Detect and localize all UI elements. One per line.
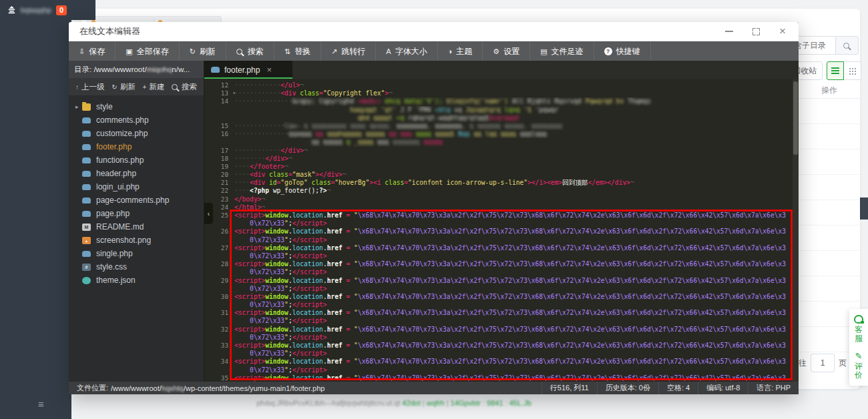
up-level-icon: ↑ xyxy=(75,83,79,91)
line-number: 34 xyxy=(204,358,234,366)
search-icon xyxy=(236,49,242,55)
toolbar-settings-button[interactable]: ⚙设置 xyxy=(483,41,530,61)
toolbar-replace-button[interactable]: ⇅替换 xyxy=(274,41,321,61)
headset-icon xyxy=(854,315,863,324)
footer-text: : xyxy=(503,399,509,407)
tree-item-customize.php[interactable]: customize.php xyxy=(69,127,204,140)
minimize-button[interactable] xyxy=(724,26,734,37)
tree-item-screenshot.png[interactable]: ▴screenshot.png xyxy=(69,234,204,247)
table-row xyxy=(799,99,860,124)
maximize-button[interactable] xyxy=(750,26,761,37)
toolbar-refresh-button[interactable]: ↻刷新 xyxy=(180,41,226,61)
sidebar xyxy=(0,0,71,419)
line-number xyxy=(204,268,234,276)
support-button[interactable]: 客服 xyxy=(854,315,863,343)
scrollbar-thumb[interactable] xyxy=(793,81,798,155)
tree-item-comments.php[interactable]: comments.php xyxy=(69,113,204,127)
tab-close-icon[interactable]: × xyxy=(266,66,272,74)
toolbar-goto-line-button[interactable]: ↗跳转行 xyxy=(321,41,376,61)
sidebar-collapse-icon[interactable]: ≡ xyxy=(38,398,44,410)
tree-item-page.php[interactable]: page.php xyxy=(69,207,204,220)
line-number xyxy=(204,138,234,146)
line-number xyxy=(204,317,234,325)
php-file-icon xyxy=(82,157,91,163)
tree-toolbar: ↑上一级↻刷新+新建搜索 xyxy=(69,78,204,96)
tree-item-style[interactable]: ▸style xyxy=(69,100,204,113)
toolbar-theme-button[interactable]: ◑主题 xyxy=(438,41,483,61)
tree-item-README.md[interactable]: MREADME.md xyxy=(69,220,204,234)
tree-item-footer.php[interactable]: footer.php xyxy=(69,140,204,153)
toolbar-save-all-button[interactable]: ▣全部保存 xyxy=(116,41,179,61)
line-number xyxy=(204,301,234,309)
tree-item-style.css[interactable]: #style.css xyxy=(69,260,204,274)
line-number: 27 xyxy=(204,244,234,252)
tree-item-page-comments.php[interactable]: page-comments.php xyxy=(69,193,204,207)
tree-item-header.php[interactable]: header.php xyxy=(69,167,204,180)
table-row xyxy=(799,226,860,251)
expand-arrow-icon[interactable]: ▸ xyxy=(75,103,82,110)
grid-view-toggle[interactable] xyxy=(844,61,861,80)
line-number: 22 xyxy=(204,187,234,195)
pencil-icon: ✎ xyxy=(855,352,863,360)
tree-item-functions.php[interactable]: functions.php xyxy=(69,153,204,167)
tab-footer-php[interactable]: footer.php × xyxy=(204,61,292,79)
footer-link[interactable]: 45L.Jb xyxy=(509,399,531,407)
floating-widget: 客服✎评价 xyxy=(849,309,868,386)
editor-modal: 在线文本编辑器 × ⇩保存▣全部保存↻刷新搜索⇅替换↗跳转行A字体大小◑主题⚙设… xyxy=(69,22,799,394)
fold-arrow-icon[interactable]: ▾ xyxy=(232,89,236,97)
line-number: 28 xyxy=(204,260,234,268)
refresh-icon: ↻ xyxy=(190,47,196,56)
toolbar-save-button[interactable]: ⇩保存 xyxy=(69,41,116,61)
pagination: 往 页 xyxy=(799,354,847,372)
toolbar-search-button[interactable]: 搜索 xyxy=(226,41,274,61)
tree-search-button[interactable]: 搜索 xyxy=(172,82,197,92)
code-content[interactable]: 12············</ul>¬13▾············<div … xyxy=(204,79,793,382)
search-button[interactable] xyxy=(836,36,859,55)
panel-name: bqtaqqhp xyxy=(21,6,51,14)
panel-logo-icon xyxy=(7,5,17,15)
line-number: 14 xyxy=(204,97,234,105)
css-file-icon: # xyxy=(82,264,91,271)
editor-status-bar: 文件位置: /www/wwwroot/hqxhtq/wp-content/the… xyxy=(69,382,799,394)
line-number xyxy=(204,114,234,122)
page-number-input[interactable] xyxy=(811,354,835,372)
footer-text: pfvbq;JRbvPcvKLtbh—hafjtqvjwhbjttcrv.ut.… xyxy=(256,399,402,407)
editor-toolbar: ⇩保存▣全部保存↻刷新搜索⇅替换↗跳转行A字体大小◑主题⚙设置▤文件足迹?快捷键 xyxy=(69,41,799,61)
toolbar-font-size-button[interactable]: A字体大小 xyxy=(376,41,437,61)
status-item: 空格: 4 xyxy=(658,382,698,394)
new-file-button[interactable]: +新建 xyxy=(142,82,164,92)
footer-link[interactable]: 42dot xyxy=(402,399,421,407)
image-file-icon: ▴ xyxy=(82,237,91,244)
line-number: 20 xyxy=(204,171,234,179)
tree-collapse-handle[interactable]: ‹ xyxy=(204,203,213,224)
footer-link[interactable]: 14Gpvbtr xyxy=(451,399,481,407)
tree-refresh-button[interactable]: ↻刷新 xyxy=(112,82,135,92)
save-all-icon: ▣ xyxy=(126,47,132,56)
message-count-badge[interactable]: 0 xyxy=(56,5,67,15)
footer-link[interactable]: 9841 xyxy=(487,399,503,407)
list-view-toggle[interactable] xyxy=(827,61,844,80)
file-history-icon: ▤ xyxy=(540,47,547,56)
code-editor-area: footer.php × 12············</ul>¬13▾····… xyxy=(204,61,799,382)
tree-item-single.php[interactable]: single.php xyxy=(69,247,204,260)
toolbar-file-history-button[interactable]: ▤文件足迹 xyxy=(530,41,594,61)
table-row xyxy=(799,149,860,175)
editor-scrollbar[interactable] xyxy=(793,79,799,382)
line-number: 33 xyxy=(204,342,234,350)
editor-body: 目录: /www/wwwroot/miqohqn/w... ↑上一级↻刷新+新建… xyxy=(69,61,799,382)
markdown-file-icon: M xyxy=(82,224,91,231)
php-file-icon xyxy=(82,211,91,217)
line-number: 30 xyxy=(204,293,234,301)
tree-item-login_ui.php[interactable]: login_ui.php xyxy=(69,180,204,193)
footer-link[interactable]: wqfrh xyxy=(427,399,445,407)
toolbar-hotkeys-button[interactable]: ?快捷键 xyxy=(594,41,651,61)
tree-item-theme.json[interactable]: theme.json xyxy=(69,274,204,287)
goto-line-icon: ↗ xyxy=(331,47,337,56)
review-button[interactable]: ✎评价 xyxy=(854,352,863,380)
table-row xyxy=(799,200,860,226)
up-level-button[interactable]: ↑上一级 xyxy=(75,82,105,92)
new-file-icon: + xyxy=(142,83,146,91)
folder-icon xyxy=(82,103,91,111)
status-item: 编码: utf-8 xyxy=(698,382,748,394)
close-button[interactable]: × xyxy=(777,26,788,37)
